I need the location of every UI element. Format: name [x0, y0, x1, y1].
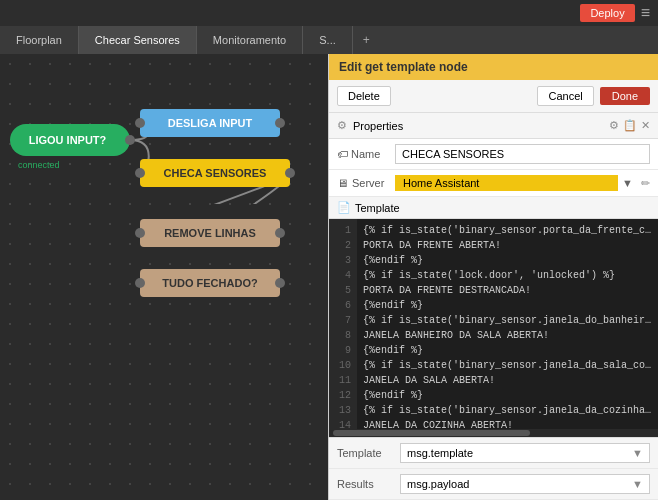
code-editor[interactable]: 1 2 3 4 5 6 7 8 9 10 11 12 13 14 15 16 1	[329, 219, 658, 437]
node-desliga-output-port[interactable]	[275, 118, 285, 128]
add-tab-button[interactable]: +	[353, 26, 380, 54]
node-tudo-input-port[interactable]	[135, 278, 145, 288]
name-input[interactable]	[395, 144, 650, 164]
properties-label: Properties	[353, 120, 403, 132]
code-line: {% if is_state('binary_sensor.porta_da_f…	[363, 223, 652, 238]
server-field-row: 🖥 Server Home Assistant ▼ ✏	[329, 170, 658, 197]
template-label: Template	[355, 202, 400, 214]
code-line: {%endif %}	[363, 343, 652, 358]
code-lines-container: 1 2 3 4 5 6 7 8 9 10 11 12 13 14 15 16 1	[329, 219, 658, 429]
server-select-wrap: Home Assistant ▼	[395, 175, 633, 191]
cancel-button[interactable]: Cancel	[537, 86, 593, 106]
node-tudo-label: TUDO FECHADO?	[145, 277, 275, 289]
code-line: {% if is_state('binary_sensor.janela_do_…	[363, 313, 652, 328]
panel-toolbar: Delete Cancel Done	[329, 80, 658, 113]
code-line: {%endif %}	[363, 253, 652, 268]
code-line: JANELA DA COZINHA ABERTA!	[363, 418, 652, 429]
server-icon: 🖥	[337, 177, 348, 189]
code-line: {%endif %}	[363, 388, 652, 403]
node-ligou-output-port[interactable]	[125, 135, 135, 145]
node-checa-label: CHECA SENSORES	[145, 167, 285, 179]
bottom-fields: Template msg.template ▼ Results msg.payl…	[329, 437, 658, 500]
node-desliga-input-port[interactable]	[135, 118, 145, 128]
code-line: {% if is_state('lock.door', 'unlocked') …	[363, 268, 652, 283]
panel-section-icons: ⚙ 📋 ✕	[609, 119, 650, 132]
name-label: 🏷 Name	[337, 148, 387, 160]
node-canvas[interactable]: LIGOU INPUT? connected DESLIGA INPUT CHE…	[0, 54, 328, 500]
menu-icon[interactable]: ≡	[641, 4, 650, 22]
tab-checar-sensores[interactable]: Checar Sensores	[79, 26, 197, 54]
node-ligou-label: LIGOU INPUT?	[10, 134, 125, 146]
node-checa-output-port[interactable]	[285, 168, 295, 178]
template-output-arrow[interactable]: ▼	[632, 447, 643, 459]
results-label: Results	[337, 478, 392, 490]
template-output-select[interactable]: msg.template ▼	[400, 443, 650, 463]
code-line: PORTA DA FRENTE DESTRANCADA!	[363, 283, 652, 298]
results-select[interactable]: msg.payload ▼	[400, 474, 650, 494]
panel-header: Edit get template node	[329, 54, 658, 80]
done-button[interactable]: Done	[600, 87, 650, 105]
template-header: 📄 Template	[329, 197, 658, 219]
server-label: 🖥 Server	[337, 177, 387, 189]
properties-section: ⚙ Properties ⚙ 📋 ✕	[329, 113, 658, 139]
tab-s[interactable]: S...	[303, 26, 353, 54]
code-line: {% if is_state('binary_sensor.janela_da_…	[363, 403, 652, 418]
deploy-button[interactable]: Deploy	[580, 4, 634, 22]
code-line: {% if is_state('binary_sensor.janela_da_…	[363, 358, 652, 373]
tab-bar: Floorplan Checar Sensores Monitoramento …	[0, 26, 658, 54]
results-value: msg.payload	[407, 478, 469, 490]
template-icon: 📄	[337, 201, 351, 214]
node-remove-output-port[interactable]	[275, 228, 285, 238]
server-edit-icon[interactable]: ✏	[641, 177, 650, 190]
code-line: JANELA BANHEIRO DA SALA ABERTA!	[363, 328, 652, 343]
edit-panel: Edit get template node Delete Cancel Don…	[328, 54, 658, 500]
server-value: Home Assistant	[395, 175, 618, 191]
code-content: {% if is_state('binary_sensor.porta_da_f…	[357, 219, 658, 429]
line-numbers: 1 2 3 4 5 6 7 8 9 10 11 12 13 14 15 16 1	[329, 219, 357, 429]
node-remove-linhas[interactable]: REMOVE LINHAS	[140, 219, 280, 247]
panel-icon-1[interactable]: ⚙	[609, 119, 619, 132]
node-ligou-input[interactable]: LIGOU INPUT? connected	[10, 124, 130, 156]
horizontal-scrollbar[interactable]	[329, 429, 658, 437]
scrollbar-thumb[interactable]	[333, 430, 530, 436]
code-line: JANELA DA SALA ABERTA!	[363, 373, 652, 388]
code-line: PORTA DA FRENTE ABERTA!	[363, 238, 652, 253]
node-desliga-input[interactable]: DESLIGA INPUT	[140, 109, 280, 137]
tab-floorplan[interactable]: Floorplan	[0, 26, 79, 54]
node-remove-label: REMOVE LINHAS	[145, 227, 275, 239]
gear-icon: ⚙	[337, 119, 347, 132]
results-arrow[interactable]: ▼	[632, 478, 643, 490]
panel-icon-3[interactable]: ✕	[641, 119, 650, 132]
node-ligou-connected: connected	[18, 160, 60, 170]
node-checa-sensores[interactable]: CHECA SENSORES	[140, 159, 290, 187]
panel-icon-2[interactable]: 📋	[623, 119, 637, 132]
top-bar: Deploy ≡	[0, 0, 658, 26]
node-desliga-label: DESLIGA INPUT	[145, 117, 275, 129]
tab-monitoramento[interactable]: Monitoramento	[197, 26, 303, 54]
node-remove-input-port[interactable]	[135, 228, 145, 238]
node-tudo-output-port[interactable]	[275, 278, 285, 288]
main-area: LIGOU INPUT? connected DESLIGA INPUT CHE…	[0, 54, 658, 500]
template-output-row: Template msg.template ▼	[329, 438, 658, 469]
node-checa-input-port[interactable]	[135, 168, 145, 178]
server-dropdown-arrow[interactable]: ▼	[622, 177, 633, 189]
template-output-value: msg.template	[407, 447, 473, 459]
results-row: Results msg.payload ▼	[329, 469, 658, 500]
delete-button[interactable]: Delete	[337, 86, 391, 106]
code-line: {%endif %}	[363, 298, 652, 313]
tag-icon: 🏷	[337, 148, 348, 160]
template-output-label: Template	[337, 447, 392, 459]
node-tudo-fechado[interactable]: TUDO FECHADO?	[140, 269, 280, 297]
name-field-row: 🏷 Name	[329, 139, 658, 170]
